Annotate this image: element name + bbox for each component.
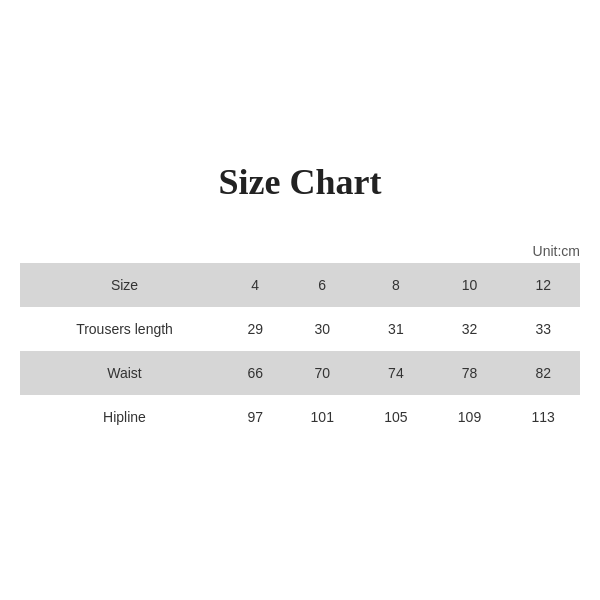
cell-2-1: 101 bbox=[285, 395, 359, 439]
cell-1-3: 78 bbox=[433, 351, 507, 395]
unit-label: Unit:cm bbox=[20, 243, 580, 259]
cell-0-1: 30 bbox=[285, 307, 359, 351]
header-col-4: 4 bbox=[225, 263, 285, 307]
row-label-1: Waist bbox=[20, 351, 225, 395]
cell-1-1: 70 bbox=[285, 351, 359, 395]
cell-2-4: 113 bbox=[506, 395, 580, 439]
cell-1-2: 74 bbox=[359, 351, 433, 395]
table-row: Waist6670747882 bbox=[20, 351, 580, 395]
header-col-12: 12 bbox=[506, 263, 580, 307]
cell-1-4: 82 bbox=[506, 351, 580, 395]
cell-0-2: 31 bbox=[359, 307, 433, 351]
page-title: Size Chart bbox=[20, 161, 580, 203]
header-col-10: 10 bbox=[433, 263, 507, 307]
cell-2-3: 109 bbox=[433, 395, 507, 439]
table-row: Hipline97101105109113 bbox=[20, 395, 580, 439]
header-col-8: 8 bbox=[359, 263, 433, 307]
main-container: Size Chart Unit:cm Size4681012Trousers l… bbox=[20, 161, 580, 439]
row-label-2: Hipline bbox=[20, 395, 225, 439]
header-col-6: 6 bbox=[285, 263, 359, 307]
cell-2-0: 97 bbox=[225, 395, 285, 439]
header-size: Size bbox=[20, 263, 225, 307]
cell-0-4: 33 bbox=[506, 307, 580, 351]
cell-0-3: 32 bbox=[433, 307, 507, 351]
table-row: Trousers length2930313233 bbox=[20, 307, 580, 351]
cell-2-2: 105 bbox=[359, 395, 433, 439]
size-chart-table: Size4681012Trousers length2930313233Wais… bbox=[20, 263, 580, 439]
row-label-0: Trousers length bbox=[20, 307, 225, 351]
cell-1-0: 66 bbox=[225, 351, 285, 395]
cell-0-0: 29 bbox=[225, 307, 285, 351]
